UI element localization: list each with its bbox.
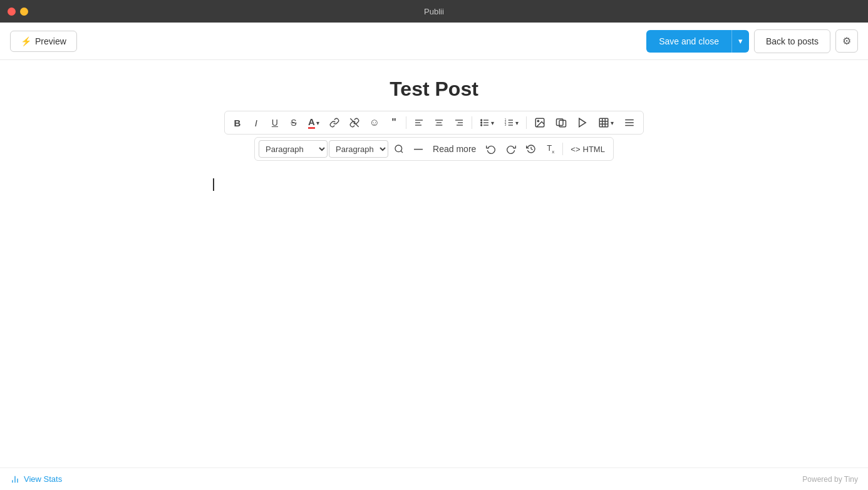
- emoji-icon: ☺: [369, 117, 380, 128]
- titlebar: Publii: [0, 0, 868, 23]
- align-center-icon: [434, 118, 444, 128]
- insert-table-button[interactable]: ▾: [594, 115, 618, 131]
- post-title[interactable]: Test Post: [0, 78, 868, 101]
- blockquote-icon: ": [391, 117, 396, 128]
- font-color-dropdown-icon: ▾: [316, 120, 319, 126]
- undo-icon: [486, 144, 496, 154]
- blockquote-button[interactable]: ": [385, 115, 403, 131]
- svg-point-23: [537, 120, 539, 121]
- link-button[interactable]: [325, 115, 344, 130]
- minimize-window-button[interactable]: [20, 8, 28, 16]
- clear-format-icon: Tx: [547, 143, 554, 155]
- toolbar-divider-4: [562, 143, 563, 155]
- lightning-icon: ⚡: [21, 36, 31, 46]
- svg-point-13: [481, 120, 482, 121]
- settings-button[interactable]: ⚙: [835, 29, 858, 53]
- horizontal-rule-button[interactable]: —: [410, 141, 427, 156]
- save-close-dropdown-button[interactable]: ▾: [731, 30, 749, 53]
- ordered-list-icon: 123: [504, 118, 514, 128]
- svg-point-15: [481, 125, 482, 126]
- ordered-list-button[interactable]: 123 ▾: [500, 115, 523, 130]
- toolbar-divider-2: [472, 116, 472, 129]
- footer: View Stats Powered by Tiny: [0, 467, 868, 490]
- insert-image-button[interactable]: [530, 115, 550, 131]
- preview-button[interactable]: ⚡ Preview: [10, 31, 77, 52]
- align-left-button[interactable]: [410, 115, 428, 130]
- svg-line-36: [401, 151, 403, 153]
- gear-icon: ⚙: [842, 35, 851, 47]
- window-controls: [8, 8, 28, 16]
- more-options-icon: [624, 117, 635, 128]
- redo-button[interactable]: [502, 141, 520, 156]
- top-toolbar: ⚡ Preview Save and close ▾ Back to posts…: [0, 23, 868, 60]
- align-center-button[interactable]: [430, 115, 448, 130]
- font-color-button[interactable]: A ▾: [304, 114, 324, 131]
- chevron-down-icon: ▾: [738, 36, 743, 46]
- insert-gallery-button[interactable]: [551, 115, 571, 131]
- close-window-button[interactable]: [8, 8, 16, 16]
- read-more-label: Read more: [433, 144, 476, 154]
- powered-by: Powered by Tiny: [802, 475, 858, 484]
- back-to-posts-button[interactable]: Back to posts: [754, 29, 830, 53]
- unlink-icon: [349, 118, 359, 128]
- link-icon: [329, 118, 339, 128]
- hr-icon: —: [414, 144, 423, 154]
- html-label: HTML: [583, 145, 605, 154]
- toolbar-divider-1: [406, 116, 406, 129]
- redo-icon: [506, 144, 516, 154]
- main-content: Test Post B I U S A ▾ ☺ ": [0, 60, 868, 467]
- editor-cursor: [213, 178, 214, 191]
- svg-text:3: 3: [505, 123, 507, 126]
- html-icon: <>: [571, 145, 580, 154]
- bullet-list-dropdown-icon: ▾: [491, 120, 494, 126]
- svg-marker-26: [579, 118, 586, 127]
- toolbar-row-1: B I U S A ▾ ☺ ": [224, 111, 644, 135]
- editor-toolbar: B I U S A ▾ ☺ ": [0, 111, 868, 166]
- align-right-button[interactable]: [450, 115, 468, 130]
- underline-button[interactable]: U: [266, 115, 284, 130]
- view-stats-link[interactable]: View Stats: [10, 474, 62, 484]
- ordered-list-dropdown-icon: ▾: [515, 120, 519, 126]
- align-left-icon: [414, 118, 424, 128]
- table-dropdown-icon: ▾: [611, 120, 614, 126]
- bullet-list-icon: [480, 118, 490, 128]
- svg-point-14: [481, 122, 482, 123]
- undo-button[interactable]: [482, 141, 500, 156]
- emoji-button[interactable]: ☺: [365, 115, 384, 131]
- gallery-icon: [555, 117, 567, 128]
- italic-button[interactable]: I: [247, 115, 265, 131]
- insert-video-button[interactable]: [572, 115, 592, 131]
- save-close-group: Save and close ▾: [646, 30, 749, 53]
- history-icon: [526, 144, 536, 154]
- app-title: Publii: [424, 7, 444, 16]
- paragraph-style-select-2[interactable]: Paragraph Heading 1 Heading 2 Heading 3: [329, 140, 388, 158]
- svg-rect-27: [599, 118, 608, 127]
- table-icon: [598, 117, 609, 128]
- more-options-button[interactable]: [619, 115, 639, 131]
- toolbar-row-2: Paragraph Heading 1 Heading 2 Heading 3 …: [254, 137, 614, 161]
- search-button[interactable]: [390, 141, 408, 156]
- read-more-button[interactable]: Read more: [428, 141, 480, 156]
- editor-content[interactable]: [0, 166, 868, 467]
- history-button[interactable]: [522, 141, 540, 156]
- font-color-label: A: [308, 116, 315, 129]
- image-icon: [534, 117, 545, 128]
- save-close-button[interactable]: Save and close: [646, 30, 731, 53]
- bullet-list-button[interactable]: ▾: [475, 115, 499, 130]
- clear-format-button[interactable]: Tx: [542, 141, 559, 157]
- toolbar-divider-3: [526, 116, 527, 129]
- post-title-area: Test Post: [0, 60, 868, 111]
- unlink-button[interactable]: [345, 115, 364, 130]
- strikethrough-button[interactable]: S: [285, 115, 302, 130]
- video-icon: [577, 117, 588, 128]
- top-right-actions: Save and close ▾ Back to posts ⚙: [646, 29, 858, 53]
- svg-point-35: [395, 145, 402, 152]
- align-right-icon: [454, 118, 464, 128]
- search-icon: [394, 144, 404, 154]
- paragraph-style-select-1[interactable]: Paragraph Heading 1 Heading 2 Heading 3 …: [259, 140, 328, 158]
- html-button[interactable]: <> HTML: [566, 142, 609, 156]
- bold-button[interactable]: B: [229, 115, 246, 131]
- bar-chart-icon: [10, 474, 20, 484]
- svg-line-38: [531, 149, 533, 150]
